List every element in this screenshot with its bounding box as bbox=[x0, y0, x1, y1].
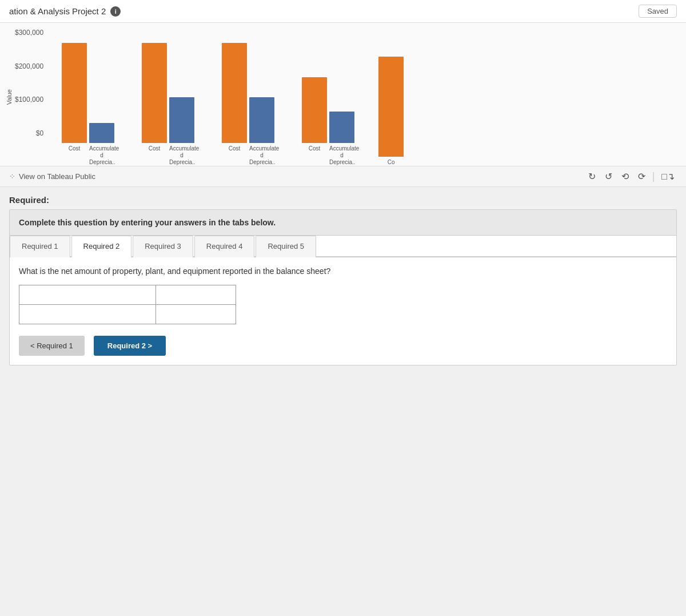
chart-bars-5 bbox=[378, 42, 404, 157]
required-section-label: Required: bbox=[0, 187, 686, 209]
tableau-public-link[interactable]: View on Tableau Public bbox=[19, 172, 95, 181]
tabs-row: Required 1 Required 2 Required 3 Require… bbox=[10, 236, 676, 257]
chart-labels-3: Cost Accumulated Deprecia.. bbox=[222, 145, 274, 166]
chart-group-5: Co bbox=[368, 42, 414, 166]
tableau-toolbar-row: ⁘ View on Tableau Public ↻ ↺ ⟲ ⟳ | □↴ bbox=[0, 166, 686, 187]
bar-1-steel bbox=[89, 123, 114, 143]
bar-2-orange bbox=[142, 43, 167, 143]
chart-label-acc-1: Accumulated Deprecia.. bbox=[89, 145, 114, 166]
chart-labels-5: Co bbox=[378, 159, 404, 166]
page-wrapper: ation & Analysis Project 2 i Saved Value… bbox=[0, 0, 686, 616]
chart-group-3: Cost Accumulated Deprecia.. bbox=[208, 29, 288, 166]
chart-label-cost-3: Cost bbox=[222, 145, 247, 166]
chart-group-1: Cost Accumulated Deprecia.. bbox=[48, 29, 128, 166]
y-label-100k: $100,000 bbox=[15, 96, 43, 104]
chart-section: Value $300,000 $200,000 $100,000 $0 Cost bbox=[0, 23, 686, 166]
redo-button[interactable]: ↺ bbox=[603, 170, 615, 183]
chart-group-4: Cost Accumulated Deprecia.. bbox=[288, 29, 368, 166]
toolbar-separator: | bbox=[652, 170, 655, 182]
answer-input-2-1[interactable] bbox=[19, 305, 155, 324]
answer-row-2 bbox=[19, 305, 236, 324]
tab-required-4[interactable]: Required 4 bbox=[194, 236, 255, 257]
y-label-0: $0 bbox=[36, 129, 43, 137]
answer-input-1-1[interactable] bbox=[19, 285, 155, 304]
next-button-label: Required 2 > bbox=[107, 341, 152, 350]
chart-label-acc-2: Accumulated Deprecia.. bbox=[169, 145, 194, 166]
tab-required-1[interactable]: Required 1 bbox=[10, 236, 70, 257]
tab-required-2[interactable]: Required 2 bbox=[71, 236, 132, 257]
saved-badge: Saved bbox=[639, 5, 677, 18]
chart-label-cost-5: Co bbox=[378, 159, 404, 166]
tab-required-5[interactable]: Required 5 bbox=[256, 236, 316, 257]
answer-cell-2-2 bbox=[156, 305, 236, 324]
header-bar: ation & Analysis Project 2 i Saved bbox=[0, 0, 686, 23]
y-axis-labels: $300,000 $200,000 $100,000 $0 bbox=[15, 29, 48, 154]
chart-label-cost-2: Cost bbox=[142, 145, 167, 166]
bar-3-orange bbox=[222, 43, 247, 143]
chart-area: Cost Accumulated Deprecia.. Cost Accumul… bbox=[48, 29, 686, 166]
answer-cell-1-1 bbox=[19, 285, 156, 305]
tab-required-3[interactable]: Required 3 bbox=[133, 236, 193, 257]
instruction-bar: Complete this question by entering your … bbox=[10, 210, 676, 236]
bar-3-steel bbox=[249, 97, 274, 143]
page-title: ation & Analysis Project 2 bbox=[9, 6, 106, 16]
answer-input-2-2[interactable] bbox=[156, 305, 236, 324]
redo2-button[interactable]: ⟳ bbox=[636, 170, 648, 183]
nav-buttons: < Required 1 Required 2 > bbox=[19, 336, 667, 356]
prev-button-label: < Required 1 bbox=[30, 341, 73, 350]
y-axis-title: Value bbox=[6, 89, 13, 105]
undo2-button[interactable]: ⟲ bbox=[619, 170, 631, 183]
y-label-200k: $200,000 bbox=[15, 62, 43, 70]
chart-label-cost-4: Cost bbox=[302, 145, 327, 166]
answer-table bbox=[19, 285, 236, 324]
bar-5-orange bbox=[378, 57, 404, 157]
chart-labels-2: Cost Accumulated Deprecia.. bbox=[142, 145, 194, 166]
prev-button[interactable]: < Required 1 bbox=[19, 336, 85, 356]
bar-1-orange bbox=[62, 43, 87, 143]
comment-button[interactable]: □↴ bbox=[659, 170, 677, 183]
bar-4-orange bbox=[302, 77, 327, 143]
answer-input-1-2[interactable] bbox=[156, 285, 236, 304]
y-label-300k: $300,000 bbox=[15, 29, 43, 37]
chart-labels-1: Cost Accumulated Deprecia.. bbox=[62, 145, 114, 166]
chart-group-2: Cost Accumulated Deprecia.. bbox=[128, 29, 208, 166]
chart-bars-3 bbox=[222, 29, 274, 143]
chart-label-acc-3: Accumulated Deprecia.. bbox=[249, 145, 274, 166]
undo-button[interactable]: ↻ bbox=[586, 170, 598, 183]
answer-cell-1-2 bbox=[156, 285, 236, 305]
question-area: What is the net amount of property, plan… bbox=[10, 257, 676, 365]
chart-labels-4: Cost Accumulated Deprecia.. bbox=[302, 145, 354, 166]
answer-cell-2-1 bbox=[19, 305, 156, 324]
chart-label-cost-1: Cost bbox=[62, 145, 87, 166]
info-icon[interactable]: i bbox=[110, 6, 121, 17]
next-button[interactable]: Required 2 > bbox=[94, 336, 166, 356]
content-card: Complete this question by entering your … bbox=[9, 209, 677, 365]
grid-dots-icon: ⁘ bbox=[9, 172, 15, 181]
chart-label-acc-4: Accumulated Deprecia.. bbox=[329, 145, 354, 166]
chart-bars-1 bbox=[62, 29, 114, 143]
chart-bars-2 bbox=[142, 29, 194, 143]
tableau-link-label: View on Tableau Public bbox=[19, 172, 95, 181]
answer-row-1 bbox=[19, 285, 236, 305]
bar-4-steel bbox=[329, 112, 354, 143]
question-text: What is the net amount of property, plan… bbox=[19, 267, 667, 276]
chart-bars-4 bbox=[302, 29, 354, 143]
bar-2-steel bbox=[169, 97, 194, 143]
